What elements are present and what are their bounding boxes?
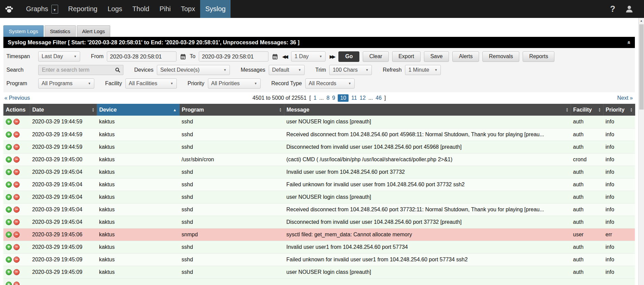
reports-button[interactable]: Reports (523, 51, 554, 62)
shift-select[interactable]: 1 Day ▼ (291, 51, 326, 62)
cell-device: kaktus (97, 166, 179, 178)
to-calendar-button[interactable] (272, 53, 278, 60)
add-removal-button[interactable]: − (14, 269, 20, 275)
search-input[interactable] (41, 67, 115, 73)
add-alert-button[interactable]: + (6, 182, 12, 188)
add-removal-button[interactable]: − (14, 132, 20, 138)
cell-device: kaktus (97, 241, 179, 253)
column-header-program[interactable]: Program ▲▼ (179, 104, 284, 116)
program-select[interactable]: All Programs ▼ (38, 78, 94, 89)
add-alert-button[interactable]: + (6, 157, 12, 163)
add-alert-button[interactable]: + (6, 269, 12, 275)
tab-alert-logs[interactable]: Alert Logs (77, 25, 111, 37)
add-removal-button[interactable]: − (14, 207, 20, 213)
scrollbar-thumb[interactable] (639, 24, 644, 110)
app-logo-icon[interactable] (4, 0, 14, 18)
add-alert-button[interactable]: + (6, 144, 12, 150)
collapse-icon[interactable]: « (625, 41, 632, 44)
add-alert-button[interactable]: + (6, 244, 12, 250)
nav-item-label: Graphs (26, 5, 48, 13)
export-button[interactable]: Export (392, 51, 421, 62)
clear-button[interactable]: Clear (363, 51, 388, 62)
scrollbar[interactable]: ▲ (638, 18, 644, 285)
shift-back-button[interactable]: ◀◀ (282, 54, 288, 59)
add-removal-button[interactable]: − (14, 244, 20, 250)
to-input[interactable] (199, 51, 268, 62)
column-header-date[interactable]: Date ▲▼ (30, 104, 97, 116)
graphs-dropdown-toggle[interactable]: ▼ (51, 5, 58, 14)
add-alert-button[interactable]: + (6, 207, 12, 213)
user-icon[interactable] (625, 4, 634, 14)
nav-item-logs[interactable]: Logs (102, 0, 127, 18)
nav-item-syslog[interactable]: Syslog (200, 0, 231, 18)
add-alert-button[interactable]: + (6, 219, 12, 225)
add-alert-button[interactable]: + (6, 257, 12, 263)
fast-forward-icon: ▶▶ (330, 54, 334, 59)
page-link[interactable]: 8 (327, 95, 330, 101)
column-header-device[interactable]: Device ▲ (97, 104, 179, 116)
add-removal-button[interactable]: − (14, 219, 20, 225)
add-removal-button[interactable]: − (14, 194, 20, 200)
priority-select[interactable]: All Priorities ▼ (208, 78, 261, 89)
actions-cell: + − (3, 266, 30, 278)
page-link[interactable]: 12 (360, 95, 366, 101)
alerts-button[interactable]: Alerts (452, 51, 479, 62)
page-link[interactable]: 9 (332, 95, 335, 101)
refresh-select[interactable]: 1 Minute ▼ (405, 65, 441, 75)
cell-message: Failed unknown for invalid user user fro… (284, 178, 571, 191)
add-removal-button[interactable]: − (14, 282, 20, 285)
column-header-priority[interactable]: Priority ▲▼ (603, 104, 635, 116)
add-alert-button[interactable]: + (6, 119, 12, 125)
add-removal-button[interactable]: − (14, 144, 20, 150)
add-removal-button[interactable]: − (14, 257, 20, 263)
add-removal-button[interactable]: − (14, 169, 20, 175)
timespan-select[interactable]: Last Day ▼ (38, 51, 80, 62)
from-input[interactable] (107, 51, 176, 62)
nav-item-reporting[interactable]: Reporting (63, 0, 103, 18)
messages-select[interactable]: Default ▼ (269, 65, 305, 75)
tab-statistics[interactable]: Statistics (45, 25, 76, 37)
minus-icon: − (15, 257, 18, 262)
tab-system-logs[interactable]: System Logs (3, 25, 44, 37)
cell-facility: auth (571, 166, 603, 178)
cell-facility: auth (571, 266, 603, 278)
page-link[interactable]: 46 (376, 95, 382, 101)
sort-icon: ▲▼ (598, 108, 601, 112)
previous-link[interactable]: « Previous (4, 95, 30, 101)
add-removal-button[interactable]: − (14, 119, 20, 125)
removals-button[interactable]: Removals (482, 51, 519, 62)
add-alert-button[interactable]: + (6, 282, 12, 285)
trim-select[interactable]: 100 Chars ▼ (329, 65, 372, 75)
trim-label: Trim (315, 67, 326, 73)
cell-date: 2020-03-29 19:45:04 (30, 216, 97, 228)
add-removal-button[interactable]: − (14, 182, 20, 188)
facility-select[interactable]: All Facilities ▼ (125, 78, 177, 89)
cell-facility: auth (571, 178, 603, 191)
record-type-select[interactable]: All Records ▼ (305, 78, 355, 89)
go-button[interactable]: Go (338, 51, 359, 62)
page-link[interactable]: 11 (351, 95, 357, 101)
nav-item-thold[interactable]: Thold (127, 0, 154, 18)
cell-program: sshd (179, 216, 284, 228)
add-removal-button[interactable]: − (14, 157, 20, 163)
nav-item-graphs[interactable]: Graphs ▼ (21, 0, 63, 18)
add-alert-button[interactable]: + (6, 194, 12, 200)
save-button[interactable]: Save (424, 51, 449, 62)
shift-forward-button[interactable]: ▶▶ (329, 54, 335, 59)
nav-item-pihi[interactable]: Pihi (154, 0, 176, 18)
scroll-up-button[interactable]: ▲ (639, 18, 644, 24)
column-header-facility[interactable]: Facility ▲▼ (571, 104, 603, 116)
cell-device: kaktus (97, 253, 179, 266)
add-alert-button[interactable]: + (6, 132, 12, 138)
add-removal-button[interactable]: − (14, 232, 20, 238)
add-alert-button[interactable]: + (6, 232, 12, 238)
from-calendar-button[interactable] (180, 53, 186, 60)
devices-select[interactable]: Select Device(s) ▼ (157, 65, 230, 75)
help-icon[interactable]: ? (610, 4, 615, 14)
page-link[interactable]: 1 (313, 95, 316, 101)
column-header-message[interactable]: Message ▲▼ (284, 104, 571, 116)
next-link[interactable]: Next » (617, 95, 633, 101)
nav-item-topx[interactable]: Topx (176, 0, 200, 18)
cell-priority: info (603, 141, 635, 153)
add-alert-button[interactable]: + (6, 169, 12, 175)
